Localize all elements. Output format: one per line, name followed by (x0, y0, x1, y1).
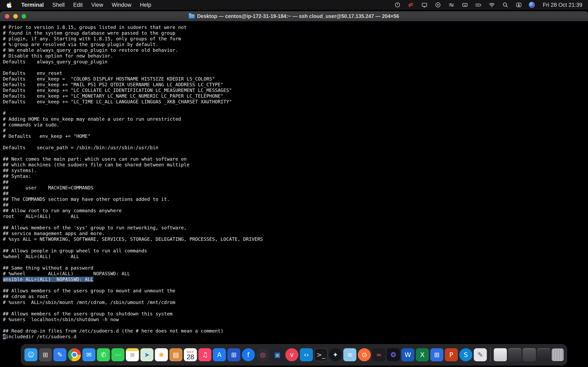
dock-item-skype[interactable]: S (459, 348, 472, 361)
terminal-line: root ALL=(ALL) ALL (3, 213, 588, 219)
music-icon: ♫ (202, 351, 208, 358)
menu-edit[interactable]: Edit (73, 2, 83, 8)
terminal-line: ## (3, 179, 588, 185)
dock-item-design-tool[interactable]: ✎ (474, 348, 487, 361)
terminal-line (3, 105, 588, 110)
terminal-line: %wheel ALL=(ALL) ALL (3, 254, 588, 259)
dock-item-music[interactable]: ♫ (199, 348, 212, 361)
control-sliders-icon[interactable] (448, 1, 455, 8)
dock-item-app-store[interactable]: A (213, 348, 226, 361)
terminal-line: ## service management apps and more. (3, 231, 588, 236)
terminal-line: ## Allows members of the users group to … (3, 311, 588, 317)
dock-item-preview[interactable]: ✎ (53, 348, 67, 361)
facebook-icon: f (247, 351, 250, 358)
dock-item-mail[interactable]: ✉ (82, 348, 95, 361)
battery-charging-icon[interactable] (475, 1, 482, 8)
dock-item-photos[interactable]: ❀ (155, 348, 168, 361)
menu-bar-left: Terminal ShellEditViewWindowHelp (6, 1, 151, 8)
dock-item-notes[interactable]: ≡ (126, 348, 139, 361)
dock-item-affinity[interactable]: ❂ (387, 348, 400, 361)
dock-item-virtualbox[interactable]: ▣ (271, 348, 284, 361)
dock-item-docker[interactable]: ≋ (343, 348, 356, 361)
apple-menu[interactable] (6, 1, 13, 8)
menu-items: ShellEditViewWindowHelp (52, 2, 151, 8)
dock-item-remote-desktop[interactable]: ⊞ (227, 348, 241, 361)
terminal-line: Defaults secure_path = /sbin:/bin:/usr/s… (3, 145, 588, 150)
terminal-line: # commands via sudo. (3, 122, 588, 128)
wifi-analyzer-icon: ≈ (376, 351, 381, 358)
terminal-line: # %wheel ALL=(ALL) NOPASSWD: ALL (3, 271, 588, 276)
dock-item-maps[interactable]: ➤ (140, 348, 154, 361)
terminal-line: ## Syntax: (3, 173, 588, 179)
terminal-body[interactable]: # Prior to version 1.8.15, groups listed… (0, 22, 588, 367)
dock-item-files-folder[interactable]: ▤ (169, 348, 182, 361)
menu-view[interactable]: View (91, 2, 103, 8)
siri-icon[interactable] (529, 2, 535, 8)
screen-play-icon[interactable] (434, 1, 441, 8)
dock-item-wifi-analyzer[interactable]: ≈ (372, 348, 385, 361)
window-titlebar[interactable]: Desktop — centos@ip-172-31-19-184:~ — ss… (0, 11, 588, 21)
folder-icon (189, 14, 195, 18)
dock-item-minimized-window-1[interactable] (508, 348, 521, 361)
terminal-line: ## The COMMANDS section may have other o… (3, 196, 588, 202)
terminal-line: Defaults always_query_group_plugin (3, 59, 588, 65)
power-circle-icon[interactable] (394, 1, 401, 8)
dock-item-pocket[interactable]: ∨ (285, 348, 298, 361)
wifi-icon[interactable] (488, 1, 495, 8)
window-title-group: Desktop — centos@ip-172-31-19-184:~ — ss… (189, 13, 399, 19)
menu-window[interactable]: Window (112, 2, 131, 8)
spotlight-search-icon[interactable] (502, 1, 509, 8)
menu-app-name[interactable]: Terminal (21, 2, 44, 8)
terminal-line (3, 259, 588, 265)
apple-logo-icon (6, 2, 12, 8)
dock-separator (490, 347, 491, 362)
terminal-line: # Disable this option for new behavior. (3, 53, 588, 59)
terminal-line: Defaults env_reset (3, 70, 588, 76)
menu-help[interactable]: Help (140, 2, 151, 8)
dock-item-chrome[interactable] (68, 348, 81, 361)
dock-item-excel[interactable]: X (416, 348, 429, 361)
dock-item-downloads-stack[interactable] (494, 348, 507, 361)
tiles-app-icon: ⊞ (434, 351, 440, 358)
terminal-line (3, 65, 588, 70)
dock-item-word[interactable]: W (401, 348, 415, 361)
photos-icon: ❀ (159, 351, 164, 358)
menu-shell[interactable]: Shell (52, 2, 65, 8)
display-icon[interactable] (421, 1, 428, 8)
dock-item-powerpoint[interactable]: P (445, 348, 458, 361)
notes-icon: ≡ (130, 351, 135, 358)
wireless-diagnostics-icon[interactable] (407, 1, 415, 8)
dock-item-calendar[interactable]: OCT28 (184, 348, 197, 361)
dock-item-minimized-window-3[interactable] (537, 348, 550, 361)
terminal-line: ## Read drop-in files from /etc/sudoers.… (3, 328, 588, 334)
remote-desktop-icon: ⊞ (231, 351, 237, 358)
terminal-line: # Prior to version 1.8.15, groups listed… (3, 25, 588, 30)
terminal-line (3, 282, 588, 288)
minimize-button[interactable] (13, 14, 18, 18)
close-button[interactable] (5, 14, 9, 18)
dock-item-vscode[interactable]: ‹› (300, 348, 313, 361)
virtualbox-icon: ▣ (274, 351, 280, 358)
menu-clock[interactable]: Fri 28 Oct 21:39 (543, 2, 582, 8)
dock-item-minimized-window-2[interactable] (523, 348, 536, 361)
dock-item-messages[interactable]: ⋯ (112, 348, 125, 361)
files-folder-icon: ▤ (173, 351, 179, 358)
window-title: Desktop — centos@ip-172-31-19-184:~ — ss… (197, 13, 399, 19)
terminal-line (3, 139, 588, 145)
dock-item-camera-app[interactable]: ◎ (256, 348, 269, 361)
dock-item-tiles-app[interactable]: ⊞ (430, 348, 443, 361)
dock-item-trash[interactable] (552, 349, 564, 361)
dock-item-github[interactable]: ✦ (329, 348, 342, 361)
terminal-line: # plugin, if any. Starting with 1.8.15, … (3, 36, 588, 42)
fast-user-switch-icon[interactable] (515, 1, 522, 8)
dock-item-finder[interactable]: ☺ (25, 348, 38, 361)
dock-item-launchpad[interactable]: ⊞ (39, 348, 52, 361)
dock-item-facetime[interactable]: ✆ (97, 348, 110, 361)
terminal-line: ## cdrom as root (3, 294, 588, 299)
dock-item-postman[interactable]: ⊙ (358, 348, 371, 361)
dock: ☺⊞✎✉✆⋯≡➤❀▤OCT28♫A⊞f◎▣∨‹›>_✦≋⊙≈❂WX⊞PS✎ (21, 344, 567, 365)
dock-item-terminal-app[interactable]: >_ (314, 348, 328, 361)
zoom-button[interactable] (22, 14, 26, 18)
keyboard-icon[interactable] (461, 1, 468, 8)
dock-item-facebook[interactable]: f (242, 348, 255, 361)
